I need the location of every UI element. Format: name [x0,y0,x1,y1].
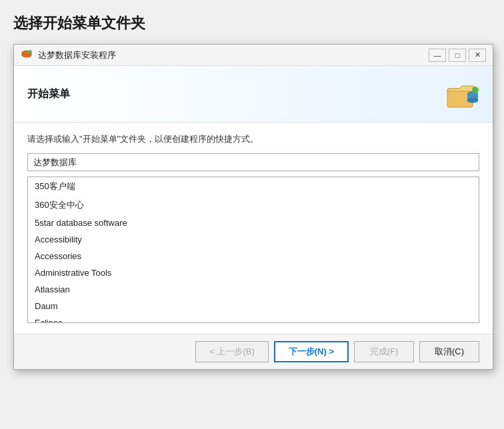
page-title: 选择开始菜单文件夹 [13,13,491,33]
dialog-header-title: 开始菜单 [27,87,70,101]
title-bar: 达梦数据库安装程序 — □ ✕ [14,45,493,66]
list-item[interactable]: 5star database software [28,214,479,231]
window-icon [21,49,33,61]
header-icon [445,77,479,111]
folder-list[interactable]: 350客户端360安全中心5star database softwareAcce… [27,177,479,323]
svg-point-5 [467,99,478,103]
dialog-header: 开始菜单 [14,66,493,123]
dialog-window: 达梦数据库安装程序 — □ ✕ 开始菜单 请选择或输入"开始菜单"文件夹，以便创… [13,44,493,370]
title-bar-text: 达梦数据库安装程序 [38,49,429,61]
list-item[interactable]: Atlassian [28,281,479,298]
list-item[interactable]: Daum [28,298,479,314]
cancel-button[interactable]: 取消(C) [419,341,479,362]
dialog-footer: < 上一步(B) 下一步(N) > 完成(F) 取消(C) [14,334,493,369]
list-item[interactable]: Eclipse [28,314,479,323]
folder-list-inner: 350客户端360安全中心5star database softwareAcce… [28,177,479,323]
dialog-description: 请选择或输入"开始菜单"文件夹，以便创建程序的快捷方式。 [27,133,479,145]
list-item[interactable]: Accessibility [28,231,479,248]
maximize-button[interactable]: □ [449,49,466,62]
next-button[interactable]: 下一步(N) > [274,341,349,362]
list-item[interactable]: 350客户端 [28,177,479,196]
list-item[interactable]: Accessories [28,248,479,264]
close-button[interactable]: ✕ [469,49,486,62]
list-item[interactable]: Administrative Tools [28,264,479,281]
dialog-body: 请选择或输入"开始菜单"文件夹，以便创建程序的快捷方式。 350客户端360安全… [14,123,493,334]
folder-name-input[interactable] [27,153,479,171]
prev-button[interactable]: < 上一步(B) [195,341,269,362]
finish-button[interactable]: 完成(F) [354,341,414,362]
title-bar-controls: — □ ✕ [429,49,486,62]
list-item[interactable]: 360安全中心 [28,196,479,214]
minimize-button[interactable]: — [429,49,446,62]
